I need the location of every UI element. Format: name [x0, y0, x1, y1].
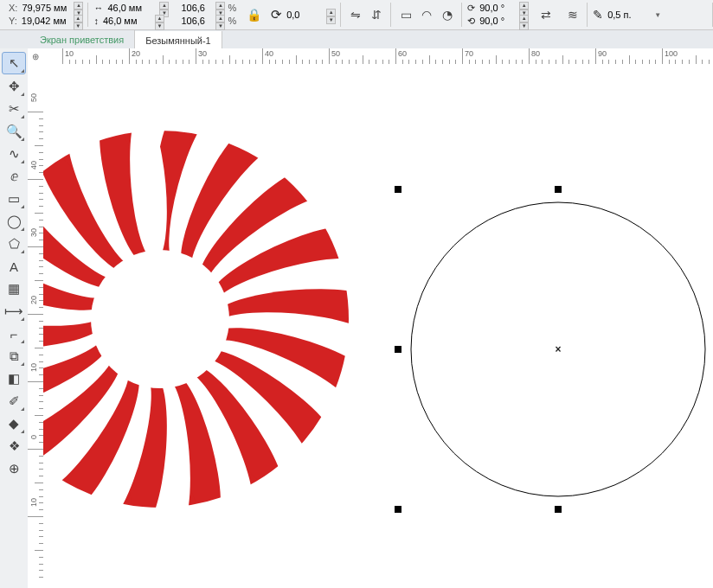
- drawing-canvas[interactable]: ×: [43, 64, 713, 588]
- y-label: Y:: [9, 15, 17, 28]
- blend-tool[interactable]: ⧉: [3, 346, 25, 367]
- rectangle-tool[interactable]: ▭: [3, 189, 25, 209]
- pie-icon: ◔: [442, 8, 453, 22]
- angles-group: ⟳ ▲▼ ⟲ ▲▼: [462, 0, 534, 29]
- document-tabs: Экран приветствия Безымянный-1: [0, 30, 713, 50]
- ruler-tick-label: 30: [29, 228, 38, 237]
- scale-x-input[interactable]: ▲▼: [179, 2, 225, 15]
- freehand-tool[interactable]: ∿: [3, 144, 25, 164]
- mirror-horizontal-button[interactable]: ⇋: [346, 5, 365, 24]
- ruler-tick-label: 10: [29, 498, 38, 507]
- property-bar: X: ▲▼ Y: ▲▼ ↔ ▲▼ ↕ ▲▼: [0, 0, 713, 30]
- dimension-tool[interactable]: ⟼: [3, 301, 25, 322]
- width-icon: ↔: [93, 2, 103, 15]
- ruler-tick-label: 60: [398, 49, 407, 58]
- scale-y-input[interactable]: ▲▼: [179, 15, 225, 28]
- smart-fill-tool[interactable]: ❖: [3, 436, 25, 457]
- swap-angles-button[interactable]: ⇄: [536, 5, 556, 24]
- end-angle-icon: ⟲: [467, 15, 475, 28]
- toolbox: ↖✥✂🔍∿ⅇ▭◯⬠A▦⟼⌐⧉◧✐◆❖⊕: [0, 48, 29, 588]
- ruler-origin-button[interactable]: ⊕: [28, 48, 44, 65]
- pie-button[interactable]: ◔: [438, 5, 457, 24]
- connector-tool-icon: ⌐: [10, 327, 18, 342]
- size-group: ↔ ▲▼ ↕ ▲▼: [88, 0, 174, 29]
- wrap-text-button[interactable]: ≋: [563, 5, 582, 24]
- lock-ratio-button[interactable]: 🔒: [244, 5, 263, 24]
- transparency-tool-icon: ◧: [8, 371, 20, 387]
- connector-tool[interactable]: ⌐: [3, 323, 25, 344]
- ruler-tick-label: 90: [598, 49, 607, 58]
- add-tool-icon: ⊕: [9, 461, 20, 476]
- selection-center[interactable]: ×: [555, 343, 561, 355]
- start-angle-input[interactable]: ▲▼: [478, 2, 529, 15]
- transparency-tool[interactable]: ◧: [3, 368, 25, 389]
- ruler-tick-label: 0: [29, 435, 38, 439]
- start-angle-icon: ⟳: [467, 2, 475, 15]
- mirror-vertical-button[interactable]: ⇵: [367, 5, 386, 24]
- selection-handle[interactable]: [395, 186, 401, 193]
- artistic-media-tool-icon: ⅇ: [10, 169, 18, 184]
- arc-button[interactable]: ◠: [417, 5, 436, 24]
- add-tool[interactable]: ⊕: [3, 458, 25, 479]
- tab-welcome[interactable]: Экран приветствия: [29, 30, 135, 49]
- pick-tool-icon: ↖: [9, 55, 20, 71]
- crop-tool[interactable]: ✂: [3, 99, 25, 119]
- outline-width-input[interactable]: ▼: [606, 9, 661, 22]
- ruler-tick-label: 40: [265, 49, 273, 58]
- position-group: X: ▲▼ Y: ▲▼: [3, 0, 88, 29]
- height-icon: ↕: [93, 15, 99, 28]
- text-tool-icon: A: [10, 259, 18, 274]
- ellipse-type-group: ▭ ◠ ◔: [391, 0, 462, 29]
- zoom-tool[interactable]: 🔍: [3, 121, 25, 142]
- swap-icon: ⇄: [541, 8, 551, 22]
- y-position-input[interactable]: ▲▼: [20, 15, 83, 28]
- fill-tool-icon: ◆: [9, 416, 19, 431]
- ellipse-button[interactable]: ▭: [396, 5, 415, 24]
- rotate-icon: ⟳: [271, 7, 282, 22]
- shape-tool-icon: ✥: [9, 79, 20, 94]
- selection-handle[interactable]: [395, 506, 401, 513]
- ruler-tick-label: 30: [198, 49, 207, 58]
- arc-icon: ◠: [421, 8, 432, 22]
- height-input[interactable]: ▲▼: [101, 15, 164, 28]
- ruler-tick-label: 100: [665, 49, 678, 58]
- selection-handle[interactable]: [555, 186, 562, 193]
- horizontal-ruler[interactable]: 102030405060708090100: [43, 48, 713, 65]
- zoom-tool-icon: 🔍: [6, 124, 22, 139]
- rotation-input[interactable]: ▲▼: [285, 9, 336, 22]
- ruler-tick-label: 10: [29, 363, 38, 372]
- fill-tool[interactable]: ◆: [3, 413, 25, 434]
- artistic-media-tool[interactable]: ⅇ: [3, 166, 25, 187]
- x-label: X:: [9, 2, 17, 15]
- artwork-pattern: [43, 64, 389, 588]
- freehand-tool-icon: ∿: [9, 146, 20, 162]
- polygon-tool[interactable]: ⬠: [3, 233, 25, 254]
- rectangle-tool-icon: ▭: [8, 191, 20, 207]
- ellipse-tool-icon: ◯: [7, 214, 22, 229]
- text-tool[interactable]: A: [3, 256, 25, 277]
- end-angle-input[interactable]: ▲▼: [478, 15, 529, 28]
- vertical-ruler[interactable]: 5040302010010: [28, 64, 44, 588]
- eyedropper-tool[interactable]: ✐: [3, 391, 25, 412]
- svg-point-72: [91, 250, 229, 388]
- ruler-tick-label: 20: [29, 296, 38, 304]
- workspace: ⊕ 102030405060708090100 5040302010010 ✦ …: [28, 48, 713, 588]
- ellipse-tool[interactable]: ◯: [3, 211, 25, 232]
- table-tool[interactable]: ▦: [3, 278, 25, 299]
- eyedropper-tool-icon: ✐: [9, 393, 20, 409]
- pick-tool[interactable]: ↖: [2, 52, 26, 74]
- x-position-input[interactable]: ▲▼: [20, 2, 83, 15]
- tab-document-1[interactable]: Безымянный-1: [135, 31, 222, 50]
- mirror-h-icon: ⇋: [350, 8, 361, 22]
- ruler-tick-label: 10: [65, 49, 74, 58]
- selection-handle[interactable]: [555, 506, 562, 513]
- width-input[interactable]: ▲▼: [106, 2, 169, 15]
- ruler-tick-label: 50: [29, 93, 38, 102]
- rotation-group: ⟳ ▲▼: [266, 0, 341, 29]
- selection-handle[interactable]: [395, 346, 401, 353]
- mirror-group: ⇋ ⇵: [341, 0, 391, 29]
- blend-tool-icon: ⧉: [10, 348, 19, 364]
- ellipse-icon: ▭: [401, 8, 412, 22]
- scale-group: ▲▼ % ▲▼ %: [174, 0, 241, 29]
- shape-tool[interactable]: ✥: [3, 76, 25, 97]
